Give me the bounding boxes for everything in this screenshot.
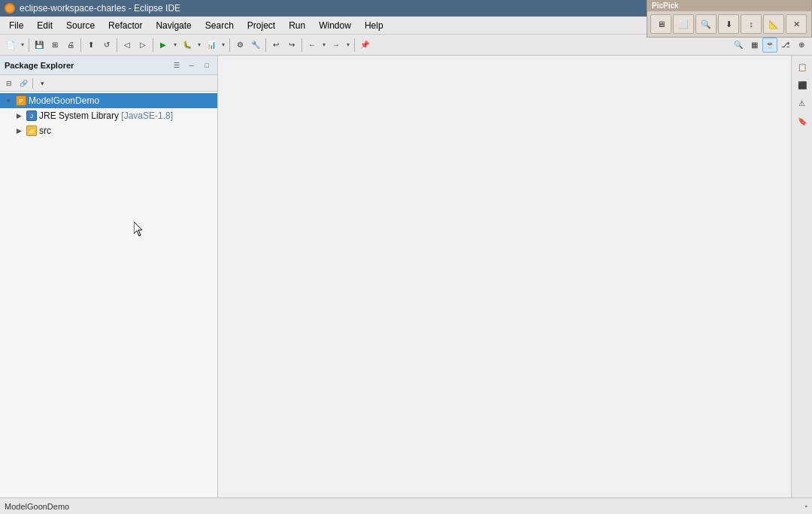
tb-open-persp[interactable]: ⊕ <box>794 38 809 53</box>
pe-link-btn[interactable]: 🔗 <box>17 77 30 90</box>
tb-next-edit[interactable]: ▷ <box>135 38 150 53</box>
pp-magnify-btn[interactable]: 🔍 <box>695 14 717 34</box>
main-area: Package Explorer ☰ ─ □ ⊟ 🔗 ▾ ▾ P ModelGo… <box>0 56 812 497</box>
tb-java-persp[interactable]: ☕ <box>762 38 777 53</box>
pe-collapse-all-btn[interactable]: ⊟ <box>2 77 16 90</box>
tb-save[interactable]: 💾 <box>32 38 47 53</box>
tb-search[interactable]: 🔍 <box>731 38 746 53</box>
menu-navigate[interactable]: Navigate <box>150 19 197 32</box>
pp-arrow-btn[interactable]: ↕ <box>741 14 762 34</box>
src-icon: 📁 <box>26 125 38 137</box>
tb-run-dd[interactable]: ▾ <box>171 38 179 53</box>
eclipse-icon <box>5 3 15 14</box>
menu-edit[interactable]: Edit <box>31 19 59 32</box>
tree-item-src[interactable]: ▶ 📁 src <box>0 123 217 138</box>
tb-saveall[interactable]: ⊞ <box>47 38 62 53</box>
tree-item-jre[interactable]: ▶ J JRE System Library [JavaSE-1.8] <box>0 108 217 123</box>
tb-sep6 <box>265 38 266 52</box>
tree-item-root[interactable]: ▾ P ModelGoonDemo <box>0 93 217 108</box>
tb-nav-fwd[interactable]: → <box>329 38 344 53</box>
rs-bookmarks-btn[interactable]: 🔖 <box>794 113 810 129</box>
tb-pin[interactable]: 📌 <box>357 38 372 53</box>
menu-run[interactable]: Run <box>283 19 311 32</box>
jre-icon: J <box>26 110 38 122</box>
picpick-label: PicPick <box>652 2 679 10</box>
tb-new-dd[interactable]: ▾ <box>19 38 26 53</box>
pe-toolbar: ⊟ 🔗 ▾ <box>0 75 217 92</box>
pe-minimize-btn[interactable]: ─ <box>186 59 198 71</box>
tb-new[interactable]: 📄 <box>3 38 18 53</box>
tb-git-persp[interactable]: ⎇ <box>778 38 793 53</box>
tb-run[interactable]: ▶ <box>156 38 171 53</box>
tb-profile[interactable]: 📊 <box>204 38 219 53</box>
tb-debug[interactable]: 🐛 <box>180 38 195 53</box>
tb-ext1[interactable]: ⚙ <box>232 38 247 53</box>
pe-title: Package Explorer <box>5 61 168 70</box>
tb-sep1 <box>29 38 29 52</box>
menu-window[interactable]: Window <box>313 19 357 32</box>
pe-menu-btn[interactable]: ☰ <box>171 59 183 71</box>
tb-sep3 <box>117 38 117 52</box>
project-icon: P <box>15 95 27 107</box>
pp-down-btn[interactable]: ⬇ <box>718 14 739 34</box>
tb-nav-back[interactable]: ← <box>304 38 320 53</box>
tb-debug-dd[interactable]: ▾ <box>195 38 203 53</box>
tb-undo[interactable]: ↩ <box>268 38 283 53</box>
window-title: eclipse-workspace-charles - Eclipse IDE <box>20 3 180 14</box>
menu-search[interactable]: Search <box>199 19 240 32</box>
menu-help[interactable]: Help <box>359 19 389 32</box>
pe-viewmenu-btn[interactable]: ▾ <box>35 77 49 90</box>
pe-header: Package Explorer ☰ ─ □ <box>0 56 217 75</box>
pp-rect-btn[interactable]: ⬜ <box>673 14 694 34</box>
tb-sep8 <box>354 38 355 52</box>
rs-problems-btn[interactable]: ⚠ <box>794 95 810 111</box>
menu-refactor[interactable]: Refactor <box>102 19 148 32</box>
tb-sep5 <box>229 38 230 52</box>
status-indicator: ▪ <box>804 502 807 510</box>
tb-profile-dd[interactable]: ▾ <box>220 38 227 53</box>
menu-project[interactable]: Project <box>241 19 281 32</box>
tb-perspectives[interactable]: ▦ <box>747 38 762 53</box>
menu-file[interactable]: File <box>3 19 29 32</box>
pe-maximize-btn[interactable]: □ <box>201 59 213 71</box>
tb-sep7 <box>301 38 302 52</box>
tree-label-src: src <box>39 125 51 136</box>
tb-ext2[interactable]: 🔧 <box>248 38 263 53</box>
menu-source[interactable]: Source <box>60 19 101 32</box>
tb-fwd-dd[interactable]: ▾ <box>344 38 352 53</box>
tb-sync[interactable]: ↺ <box>99 38 114 53</box>
status-right: ▪ <box>804 502 807 510</box>
tb-print[interactable]: 🖨 <box>63 38 78 53</box>
pp-ruler-btn[interactable]: 📐 <box>763 14 784 34</box>
tree-toggle-src[interactable]: ▶ <box>14 125 24 136</box>
status-text: ModelGoonDemo <box>5 502 798 511</box>
right-sidebar: 📋 ⬛ ⚠ 🔖 <box>791 56 812 497</box>
tree-label-root: ModelGoonDemo <box>29 95 99 106</box>
status-bar: ModelGoonDemo ▪ <box>0 497 812 514</box>
tb-sep2 <box>80 38 81 52</box>
picpick-tools: 🖥 ⬜ 🔍 ⬇ ↕ 📐 ✕ <box>647 11 811 37</box>
rs-tasks-btn[interactable]: 📋 <box>794 59 810 75</box>
tb-redo[interactable]: ↪ <box>284 38 299 53</box>
tb-publish[interactable]: ⬆ <box>83 38 98 53</box>
tree-toggle-root[interactable]: ▾ <box>3 95 14 106</box>
pp-monitor-btn[interactable]: 🖥 <box>650 14 671 34</box>
pp-close-btn[interactable]: ✕ <box>786 14 807 34</box>
pe-tool-sep1 <box>32 78 33 89</box>
tree-toggle-jre[interactable]: ▶ <box>14 110 24 121</box>
rs-console-btn[interactable]: ⬛ <box>794 77 810 93</box>
picpick-title: PicPick <box>647 0 811 11</box>
package-explorer-panel: Package Explorer ☰ ─ □ ⊟ 🔗 ▾ ▾ P ModelGo… <box>0 56 218 497</box>
tb-prev-edit[interactable]: ◁ <box>120 38 135 53</box>
tb-back-dd[interactable]: ▾ <box>320 38 328 53</box>
main-toolbar: 📄 ▾ 💾 ⊞ 🖨 ⬆ ↺ ◁ ▷ ▶ ▾ 🐛 ▾ 📊 ▾ ⚙ 🔧 ↩ ↪ ← … <box>0 35 812 56</box>
editor-area[interactable] <box>218 56 791 497</box>
tb-sep4 <box>153 38 153 52</box>
pe-tree: ▾ P ModelGoonDemo ▶ J JRE System Library… <box>0 92 217 497</box>
tree-label-jre: JRE System Library [JavaSE-1.8] <box>39 110 173 121</box>
picpick-toolbar: PicPick 🖥 ⬜ 🔍 ⬇ ↕ 📐 ✕ <box>647 0 812 38</box>
